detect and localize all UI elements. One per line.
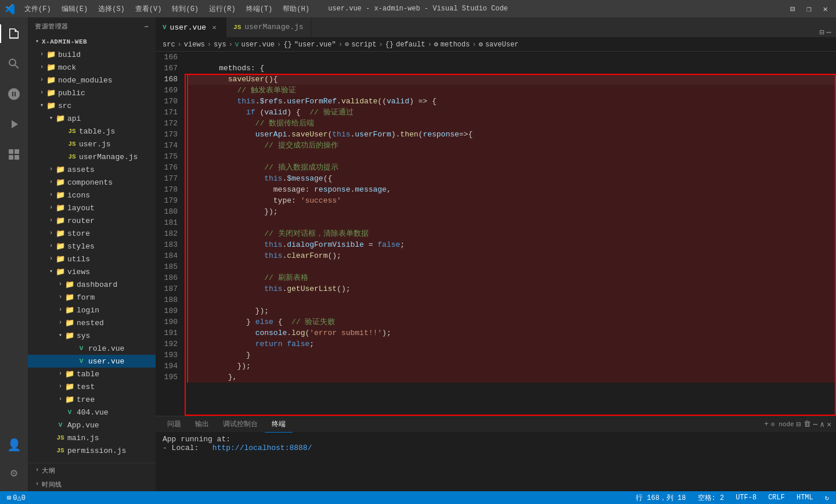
title-bar-left: 文件(F) 编辑(E) 选择(S) 查看(V) 转到(G) 运行(R) 终端(T… <box>5 3 314 15</box>
sidebar-item-user-js[interactable]: › JS user.js <box>28 138 156 150</box>
status-language[interactable]: HTML <box>794 494 816 502</box>
status-position[interactable]: 行 168，列 18 <box>633 493 688 503</box>
menu-edit[interactable]: 编辑(E) <box>57 3 93 15</box>
sidebar-item-user-vue[interactable]: › V user.vue <box>28 355 156 368</box>
window-maximize[interactable]: ❐ <box>803 3 815 15</box>
panel-tab-terminal[interactable]: 终端 <box>265 416 293 433</box>
menu-select[interactable]: 选择(S) <box>93 3 129 15</box>
tab-bar: V user.vue ✕ JS userManage.js ⊟ ⋯ <box>156 17 836 38</box>
status-notifications[interactable]: ↻ <box>823 494 831 502</box>
sidebar-item-login[interactable]: › 📁 login <box>28 304 156 316</box>
sidebar-item-router[interactable]: › 📁 router <box>28 214 156 227</box>
panel-layout-icon[interactable]: ⊟ <box>797 420 801 429</box>
window-minimize[interactable]: ⊟ <box>787 3 798 15</box>
split-editor-icon[interactable]: ⊟ <box>819 27 824 37</box>
sidebar-item-src[interactable]: ▾ 📁 src <box>28 99 156 112</box>
bc-methods[interactable]: methods <box>441 41 470 49</box>
sidebar-item-nested[interactable]: › 📁 nested <box>28 316 156 329</box>
bc-script[interactable]: script <box>351 41 376 49</box>
terminal-url[interactable]: http://localhost:8888/ <box>212 444 312 452</box>
sidebar-item-main-js[interactable]: › JS main.js <box>28 431 156 444</box>
sidebar-item-styles[interactable]: › 📁 styles <box>28 240 156 253</box>
panel-add-icon[interactable]: + <box>764 420 769 429</box>
sidebar-item-sys[interactable]: ▾ 📁 sys <box>28 329 156 342</box>
sidebar-item-utils[interactable]: › 📁 utils <box>28 253 156 265</box>
sidebar-item-api[interactable]: ▾ 📁 api <box>28 112 156 125</box>
sidebar-item-table[interactable]: › 📁 table <box>28 368 156 380</box>
sidebar-item-role-vue[interactable]: › V role.vue <box>28 342 156 355</box>
sidebar-item-public[interactable]: › 📁 public <box>28 87 156 99</box>
menu-file[interactable]: 文件(F) <box>20 3 56 15</box>
sidebar-item-components[interactable]: › 📁 components <box>28 176 156 189</box>
activity-account[interactable]: 👤 <box>0 431 28 459</box>
bc-user-vue[interactable]: user.vue <box>241 41 275 49</box>
sidebar-root[interactable]: ▾ X-ADMIN-WEB <box>28 35 156 48</box>
menu-terminal[interactable]: 终端(T) <box>242 3 278 15</box>
panel-tab-problems[interactable]: 问题 <box>160 416 188 433</box>
ln-185: 185 <box>156 261 178 272</box>
status-spaces[interactable]: 空格: 2 <box>696 493 727 503</box>
title-bar-menu[interactable]: 文件(F) 编辑(E) 选择(S) 查看(V) 转到(G) 运行(R) 终端(T… <box>20 3 314 15</box>
bc-src[interactable]: src <box>163 41 175 49</box>
folder-icon: 📁 <box>65 369 74 379</box>
code-line-189: }); <box>187 305 836 316</box>
sidebar-item-permission-js[interactable]: › JS permission.js <box>28 444 156 457</box>
bc-default[interactable]: default <box>396 41 425 49</box>
activity-search[interactable] <box>0 50 28 78</box>
sidebar-item-store[interactable]: › 📁 store <box>28 227 156 240</box>
sidebar-item-usermanage-js[interactable]: › JS userManage.js <box>28 150 156 163</box>
sidebar-item-tree[interactable]: › 📁 tree <box>28 393 156 406</box>
panel-trash-icon[interactable]: 🗑 <box>803 420 811 429</box>
sidebar-outline[interactable]: › 大纲 <box>28 463 156 477</box>
panel-chevron-up[interactable]: ∧ <box>820 420 824 429</box>
new-file-icon[interactable]: ⋯ <box>145 23 149 30</box>
activity-source-control[interactable] <box>0 80 28 108</box>
status-eol[interactable]: CRLF <box>766 494 787 502</box>
sidebar-item-form[interactable]: › 📁 form <box>28 291 156 304</box>
sidebar-item-assets[interactable]: › 📁 assets <box>28 163 156 176</box>
bc-user-vue-str[interactable]: "user.vue" <box>294 41 336 49</box>
window-close[interactable]: ✕ <box>820 3 831 15</box>
activity-explorer[interactable] <box>0 20 28 48</box>
activity-extensions[interactable] <box>0 141 28 168</box>
panel-node-icon[interactable]: ⊙ node <box>771 420 794 428</box>
code-content[interactable]: methods: { saveUser(){ // 触发表单验证 this.$r… <box>185 52 836 416</box>
pub-arrow: › <box>37 88 46 98</box>
sidebar-item-404-vue[interactable]: › V 404.vue <box>28 406 156 419</box>
bc-sys[interactable]: sys <box>214 41 226 49</box>
sidebar-item-dashboard[interactable]: › 📁 dashboard <box>28 278 156 291</box>
activity-run[interactable] <box>0 110 28 138</box>
sidebar-item-node-modules[interactable]: › 📁 node_modules <box>28 74 156 87</box>
tab-user-vue[interactable]: V user.vue ✕ <box>156 17 226 37</box>
tree-label: tree <box>77 395 95 404</box>
sidebar-item-icons[interactable]: › 📁 icons <box>28 189 156 201</box>
panel-tab-output[interactable]: 输出 <box>188 416 216 433</box>
sidebar-item-build[interactable]: › 📁 build <box>28 48 156 61</box>
menu-goto[interactable]: 转到(G) <box>167 3 203 15</box>
status-git[interactable]: ⊞ 0△0 <box>5 494 28 502</box>
tab-usermanage-js[interactable]: JS userManage.js <box>226 17 311 37</box>
tab-user-vue-close[interactable]: ✕ <box>210 23 219 32</box>
sidebar-item-table-js[interactable]: › JS table.js <box>28 125 156 138</box>
panel-tab-debug[interactable]: 调试控制台 <box>216 416 265 433</box>
sidebar-item-app-vue[interactable]: › V App.vue <box>28 419 156 431</box>
sidebar-item-layout[interactable]: › 📁 layout <box>28 201 156 214</box>
bc-views[interactable]: views <box>184 41 205 49</box>
menu-view[interactable]: 查看(V) <box>131 3 167 15</box>
position-label: 行 168，列 18 <box>636 493 686 503</box>
menu-run[interactable]: 运行(R) <box>204 3 240 15</box>
activity-settings[interactable]: ⚙ <box>0 459 28 487</box>
sidebar-item-mock[interactable]: › 📁 mock <box>28 61 156 74</box>
login-label: login <box>77 306 99 315</box>
more-actions-icon[interactable]: ⋯ <box>827 27 831 37</box>
panel-close[interactable]: ✕ <box>827 420 831 429</box>
menu-help[interactable]: 帮助(H) <box>278 3 314 15</box>
bc-saveuser[interactable]: saveUser <box>485 41 519 49</box>
panel-more-icon[interactable]: ⋯ <box>813 420 818 429</box>
code-line-169: // 触发表单验证 <box>187 85 836 96</box>
sidebar-timeline[interactable]: › 时间线 <box>28 477 156 491</box>
sidebar-item-test[interactable]: › 📁 test <box>28 380 156 393</box>
status-encoding[interactable]: UTF-8 <box>733 494 759 502</box>
code-editor: 166 167 168 169 170 171 172 173 174 175 … <box>156 52 836 416</box>
sidebar-item-views[interactable]: ▾ 📁 views <box>28 265 156 278</box>
